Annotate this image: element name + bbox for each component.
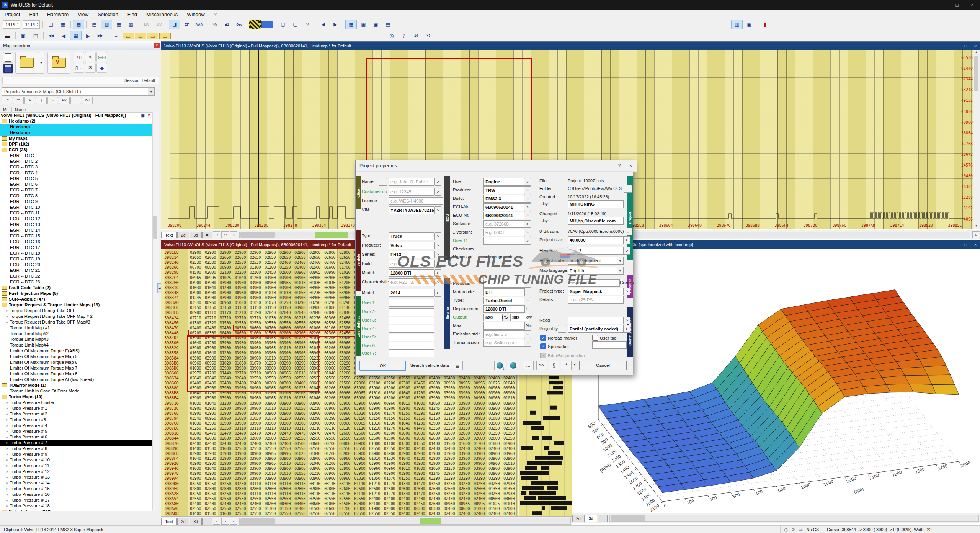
hexdump-value[interactable]: 03290 xyxy=(292,300,307,305)
hexdump-value[interactable]: 02930 xyxy=(501,426,516,431)
hexdump-value[interactable]: 00960 xyxy=(203,361,218,366)
hexdump-value[interactable]: 00960 xyxy=(322,366,337,371)
hexdump-value[interactable]: 01400 xyxy=(188,446,203,451)
hexdump-value[interactable]: 03900 xyxy=(442,391,457,396)
hexdump-value[interactable]: 03250 xyxy=(472,481,487,486)
hexdump-value[interactable]: 00600 xyxy=(233,330,248,335)
hexdump-value[interactable]: 01030 xyxy=(292,396,307,401)
hexdump-value[interactable]: 00980 xyxy=(307,305,322,310)
hexdump-value[interactable]: 02470 xyxy=(278,431,292,436)
filter-text-icon[interactable]: "" xyxy=(13,97,24,104)
hexdump-value[interactable]: 02600 xyxy=(457,436,472,441)
hexdump-value[interactable]: 01020 xyxy=(233,416,248,421)
hexdump-value[interactable]: 02600 xyxy=(457,431,472,436)
hexdump-value[interactable]: 03900 xyxy=(501,456,516,461)
hexdump-value[interactable]: 02600 xyxy=(352,486,367,491)
hexdump-value[interactable]: 03290 xyxy=(427,411,442,416)
hexdump-value[interactable]: 03900 xyxy=(263,391,278,396)
hexdump-value[interactable]: 02600 xyxy=(352,431,367,436)
tab-[interactable]: = xyxy=(598,515,608,522)
hexdump-value[interactable]: 01030 xyxy=(412,466,427,471)
hexdump-value[interactable]: 01800 xyxy=(487,441,501,446)
hexdump-value[interactable]: 00960 xyxy=(337,456,352,461)
hexdump-value[interactable]: 01100 xyxy=(248,265,263,270)
hexdump-value[interactable]: 03900 xyxy=(188,345,203,350)
hexdump-value[interactable]: 00980 xyxy=(292,305,307,310)
hexdump-value[interactable]: 02600 xyxy=(367,486,382,491)
hexdump-value[interactable]: 02600 xyxy=(442,486,457,491)
hexdump-value[interactable]: 01230 xyxy=(307,290,322,295)
hexdump-value[interactable]: 01200 xyxy=(337,371,352,376)
menu-item-edit[interactable]: Edit xyxy=(24,11,42,17)
ecu-field[interactable]: e.g. Euro 5 xyxy=(483,330,525,338)
hexdump-value[interactable]: 00995 xyxy=(203,275,218,280)
hexdump-value[interactable]: 01040 xyxy=(322,280,337,285)
hexdump-value[interactable]: 01025 xyxy=(292,386,307,391)
hexdump-value[interactable]: 03110 xyxy=(248,426,263,431)
tree-item[interactable]: Limiter Of Maximum Torque F(ABS) xyxy=(0,348,152,354)
hexdump-value[interactable]: 03900 xyxy=(412,386,427,391)
hexdump-value[interactable]: 03900 xyxy=(397,406,412,411)
tab-3d[interactable]: 3d xyxy=(190,232,202,238)
hexdump-value[interactable]: 01230 xyxy=(307,471,322,476)
hexdump-value[interactable]: 02970 xyxy=(188,371,203,376)
hexdump-value[interactable]: 02400 xyxy=(412,511,427,516)
hexdump-value[interactable]: 03900 xyxy=(188,461,203,466)
hexdump-value[interactable]: 02400 xyxy=(248,501,263,506)
panel-close-icon[interactable]: × xyxy=(154,43,160,48)
hexdump-value[interactable]: 02600 xyxy=(337,486,352,491)
hexdump-value[interactable]: 02650 xyxy=(203,255,218,260)
close-icon[interactable]: × xyxy=(148,113,150,118)
hexdump-value[interactable]: 03900 xyxy=(278,411,292,416)
ecu-field[interactable]: Engine xyxy=(483,178,525,186)
hexdump-value[interactable]: 03900 xyxy=(472,391,487,396)
hexdump-value[interactable]: 03900 xyxy=(427,386,442,391)
hexdump-value[interactable]: 03900 xyxy=(278,350,292,355)
hexdump-value[interactable]: 00960 xyxy=(248,451,263,456)
hexdump-value[interactable]: 03900 xyxy=(457,451,472,456)
ellipsis-button[interactable]: ... xyxy=(567,247,575,255)
hexdump-value[interactable]: 00600 xyxy=(457,506,472,511)
hexdump-value[interactable]: 00965 xyxy=(457,501,472,506)
hexdump-value[interactable]: 02400 xyxy=(427,511,442,516)
folder-export-icon[interactable]: ▭ xyxy=(159,33,171,39)
hexdump-value[interactable]: 01040 xyxy=(203,285,218,290)
hexdump-value[interactable]: 01900 xyxy=(501,441,516,446)
hexdump-value[interactable]: 01500 xyxy=(307,506,322,511)
hexdump-value[interactable]: 02600 xyxy=(472,486,487,491)
hexdump-value[interactable]: 03900 xyxy=(248,285,263,290)
hexdump-value[interactable]: 02550 xyxy=(263,446,278,451)
hexdump-value[interactable]: 01200 xyxy=(203,456,218,461)
hexdump-value[interactable]: 02100 xyxy=(367,501,382,506)
hexdump-value[interactable]: 03900 xyxy=(188,396,203,401)
project-field[interactable]: MH TUNING xyxy=(568,200,624,208)
hexdump-value[interactable]: 03900 xyxy=(337,345,352,350)
hexdump-value[interactable]: 03290 xyxy=(322,361,337,366)
hexdump-value[interactable]: 00960 xyxy=(218,300,233,305)
hexdump-value[interactable]: 01000 xyxy=(233,265,248,270)
hexdump-value[interactable]: 02400 xyxy=(501,376,516,381)
hexdump-value[interactable]: 03900 xyxy=(263,421,278,426)
hexdump-value[interactable]: 03900 xyxy=(203,406,218,411)
hexdump-value[interactable]: 01245 xyxy=(427,471,442,476)
hexdump-value[interactable]: 02450 xyxy=(412,381,427,386)
chevron-down-icon[interactable]: ▾ xyxy=(574,363,575,366)
scroll-thumb[interactable] xyxy=(611,515,645,521)
project-field[interactable]: empty = 10 xyxy=(568,279,620,287)
hexdump-overview-title-bar[interactable]: Volvo FH13 (WinOLS (Volvo FH13 (Original… xyxy=(161,42,980,50)
hexdump-value[interactable]: 01600 xyxy=(218,511,233,516)
hexdump-value[interactable]: 02450 xyxy=(263,270,278,275)
hexdump-value[interactable]: 02550 xyxy=(352,446,367,451)
hexdump-value[interactable]: 02550 xyxy=(218,506,233,511)
hexdump-value[interactable]: 02400 xyxy=(248,381,263,386)
hexdump-value[interactable]: 03900 xyxy=(307,391,322,396)
checkbox-icon[interactable] xyxy=(592,335,598,341)
omega-icon[interactable]: Ω xyxy=(972,231,980,238)
hexdump-value[interactable]: 03900 xyxy=(278,476,292,481)
project-field[interactable]: ? xyxy=(577,247,624,255)
hexdump-value[interactable]: 03900 xyxy=(307,285,322,290)
hexdump-value[interactable]: 03900 xyxy=(203,280,218,285)
hexdump-value[interactable]: 03110 xyxy=(292,426,307,431)
tree-item[interactable]: Hexdump (2) xyxy=(0,118,152,124)
hexdump-value[interactable]: 02460 xyxy=(337,260,352,265)
